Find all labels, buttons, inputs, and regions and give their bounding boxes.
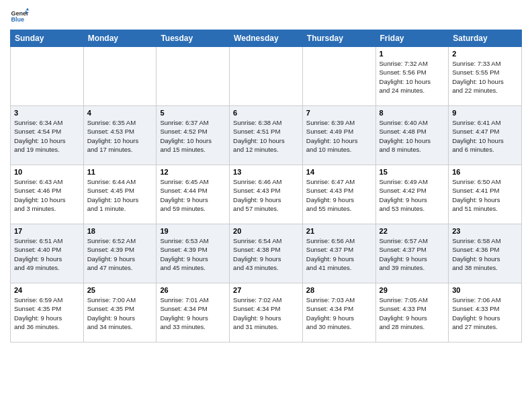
weekday-header-monday: Monday: [83, 30, 157, 47]
day-number: 21: [306, 227, 372, 235]
day-info: Sunrise: 6:40 AM Sunset: 4:48 PM Dayligh…: [380, 118, 445, 154]
day-number: 27: [233, 286, 299, 294]
day-number: 9: [452, 109, 518, 117]
day-number: 18: [87, 227, 153, 235]
calendar-day-27: 27Sunrise: 7:02 AM Sunset: 4:34 PM Dayli…: [230, 283, 303, 342]
weekday-header-thursday: Thursday: [302, 30, 375, 47]
calendar-day-14: 14Sunrise: 6:47 AM Sunset: 4:43 PM Dayli…: [302, 165, 375, 224]
day-info: Sunrise: 6:50 AM Sunset: 4:41 PM Dayligh…: [452, 177, 518, 213]
day-number: 8: [380, 109, 445, 117]
calendar-day-22: 22Sunrise: 6:57 AM Sunset: 4:37 PM Dayli…: [375, 224, 449, 283]
day-number: 10: [14, 168, 80, 176]
calendar-day-30: 30Sunrise: 7:06 AM Sunset: 4:33 PM Dayli…: [449, 283, 522, 342]
day-info: Sunrise: 6:43 AM Sunset: 4:46 PM Dayligh…: [14, 177, 80, 213]
calendar-week-row: 1Sunrise: 7:32 AM Sunset: 5:56 PM Daylig…: [11, 47, 522, 106]
weekday-header-tuesday: Tuesday: [157, 30, 230, 47]
calendar-day-4: 4Sunrise: 6:35 AM Sunset: 4:53 PM Daylig…: [83, 106, 157, 165]
day-number: 24: [14, 286, 80, 294]
calendar-day-16: 16Sunrise: 6:50 AM Sunset: 4:41 PM Dayli…: [449, 165, 522, 224]
day-info: Sunrise: 6:46 AM Sunset: 4:43 PM Dayligh…: [233, 177, 299, 213]
calendar-day-28: 28Sunrise: 7:03 AM Sunset: 4:34 PM Dayli…: [302, 283, 375, 342]
calendar-day-12: 12Sunrise: 6:45 AM Sunset: 4:44 PM Dayli…: [157, 165, 230, 224]
day-number: 22: [380, 227, 445, 235]
calendar-day-26: 26Sunrise: 7:01 AM Sunset: 4:34 PM Dayli…: [157, 283, 230, 342]
calendar-table: SundayMondayTuesdayWednesdayThursdayFrid…: [10, 30, 522, 342]
calendar-day-empty: [230, 47, 303, 106]
day-info: Sunrise: 6:52 AM Sunset: 4:39 PM Dayligh…: [87, 236, 153, 272]
calendar-day-empty: [83, 47, 157, 106]
calendar-day-5: 5Sunrise: 6:37 AM Sunset: 4:52 PM Daylig…: [157, 106, 230, 165]
weekday-header-saturday: Saturday: [449, 30, 522, 47]
day-info: Sunrise: 7:06 AM Sunset: 4:33 PM Dayligh…: [452, 295, 518, 331]
calendar-day-empty: [11, 47, 84, 106]
day-info: Sunrise: 7:03 AM Sunset: 4:34 PM Dayligh…: [306, 295, 372, 331]
day-number: 12: [160, 168, 226, 176]
day-info: Sunrise: 6:56 AM Sunset: 4:37 PM Dayligh…: [306, 236, 372, 272]
day-info: Sunrise: 6:54 AM Sunset: 4:38 PM Dayligh…: [233, 236, 299, 272]
day-number: 3: [14, 109, 80, 117]
logo-icon: General Blue: [10, 7, 29, 26]
calendar-day-24: 24Sunrise: 6:59 AM Sunset: 4:35 PM Dayli…: [11, 283, 84, 342]
day-number: 16: [452, 168, 518, 176]
calendar-day-11: 11Sunrise: 6:44 AM Sunset: 4:45 PM Dayli…: [83, 165, 157, 224]
calendar-day-empty: [302, 47, 375, 106]
calendar-day-13: 13Sunrise: 6:46 AM Sunset: 4:43 PM Dayli…: [230, 165, 303, 224]
day-info: Sunrise: 7:02 AM Sunset: 4:34 PM Dayligh…: [233, 295, 299, 331]
calendar-week-row: 3Sunrise: 6:34 AM Sunset: 4:54 PM Daylig…: [11, 106, 522, 165]
calendar-day-19: 19Sunrise: 6:53 AM Sunset: 4:39 PM Dayli…: [157, 224, 230, 283]
calendar-day-6: 6Sunrise: 6:38 AM Sunset: 4:51 PM Daylig…: [230, 106, 303, 165]
calendar-week-row: 10Sunrise: 6:43 AM Sunset: 4:46 PM Dayli…: [11, 165, 522, 224]
day-number: 5: [160, 109, 226, 117]
day-info: Sunrise: 6:41 AM Sunset: 4:47 PM Dayligh…: [452, 118, 518, 154]
day-number: 20: [233, 227, 299, 235]
day-number: 11: [87, 168, 153, 176]
day-number: 2: [452, 50, 518, 58]
day-info: Sunrise: 7:33 AM Sunset: 5:55 PM Dayligh…: [452, 59, 518, 95]
day-info: Sunrise: 6:47 AM Sunset: 4:43 PM Dayligh…: [306, 177, 372, 213]
day-number: 26: [160, 286, 226, 294]
day-number: 19: [160, 227, 226, 235]
calendar-day-7: 7Sunrise: 6:39 AM Sunset: 4:49 PM Daylig…: [302, 106, 375, 165]
day-info: Sunrise: 6:53 AM Sunset: 4:39 PM Dayligh…: [160, 236, 226, 272]
day-number: 14: [306, 168, 372, 176]
calendar-day-8: 8Sunrise: 6:40 AM Sunset: 4:48 PM Daylig…: [375, 106, 449, 165]
calendar-day-2: 2Sunrise: 7:33 AM Sunset: 5:55 PM Daylig…: [449, 47, 522, 106]
day-number: 13: [233, 168, 299, 176]
day-info: Sunrise: 6:51 AM Sunset: 4:40 PM Dayligh…: [14, 236, 80, 272]
calendar-day-17: 17Sunrise: 6:51 AM Sunset: 4:40 PM Dayli…: [11, 224, 84, 283]
calendar-day-empty: [157, 47, 230, 106]
calendar-day-1: 1Sunrise: 7:32 AM Sunset: 5:56 PM Daylig…: [375, 47, 449, 106]
day-number: 1: [380, 50, 445, 58]
day-info: Sunrise: 7:05 AM Sunset: 4:33 PM Dayligh…: [380, 295, 445, 331]
day-info: Sunrise: 6:58 AM Sunset: 4:36 PM Dayligh…: [452, 236, 518, 272]
weekday-header-friday: Friday: [375, 30, 449, 47]
day-number: 23: [452, 227, 518, 235]
day-info: Sunrise: 6:45 AM Sunset: 4:44 PM Dayligh…: [160, 177, 226, 213]
day-number: 17: [14, 227, 80, 235]
day-number: 25: [87, 286, 153, 294]
calendar-week-row: 24Sunrise: 6:59 AM Sunset: 4:35 PM Dayli…: [11, 283, 522, 342]
day-info: Sunrise: 6:49 AM Sunset: 4:42 PM Dayligh…: [380, 177, 445, 213]
day-number: 30: [452, 286, 518, 294]
day-info: Sunrise: 6:57 AM Sunset: 4:37 PM Dayligh…: [380, 236, 445, 272]
day-info: Sunrise: 6:37 AM Sunset: 4:52 PM Dayligh…: [160, 118, 226, 154]
day-info: Sunrise: 6:38 AM Sunset: 4:51 PM Dayligh…: [233, 118, 299, 154]
day-number: 15: [380, 168, 445, 176]
calendar-day-21: 21Sunrise: 6:56 AM Sunset: 4:37 PM Dayli…: [302, 224, 375, 283]
day-info: Sunrise: 6:44 AM Sunset: 4:45 PM Dayligh…: [87, 177, 153, 213]
weekday-header-sunday: Sunday: [11, 30, 84, 47]
svg-marker-2: [26, 7, 29, 10]
calendar-day-29: 29Sunrise: 7:05 AM Sunset: 4:33 PM Dayli…: [375, 283, 449, 342]
calendar-day-23: 23Sunrise: 6:58 AM Sunset: 4:36 PM Dayli…: [449, 224, 522, 283]
calendar-day-3: 3Sunrise: 6:34 AM Sunset: 4:54 PM Daylig…: [11, 106, 84, 165]
day-info: Sunrise: 6:39 AM Sunset: 4:49 PM Dayligh…: [306, 118, 372, 154]
day-number: 7: [306, 109, 372, 117]
calendar-day-10: 10Sunrise: 6:43 AM Sunset: 4:46 PM Dayli…: [11, 165, 84, 224]
day-info: Sunrise: 7:01 AM Sunset: 4:34 PM Dayligh…: [160, 295, 226, 331]
day-number: 6: [233, 109, 299, 117]
page-header: General Blue: [10, 7, 522, 26]
calendar-day-25: 25Sunrise: 7:00 AM Sunset: 4:35 PM Dayli…: [83, 283, 157, 342]
day-info: Sunrise: 6:34 AM Sunset: 4:54 PM Dayligh…: [14, 118, 80, 154]
weekday-header-row: SundayMondayTuesdayWednesdayThursdayFrid…: [11, 30, 522, 47]
day-number: 4: [87, 109, 153, 117]
